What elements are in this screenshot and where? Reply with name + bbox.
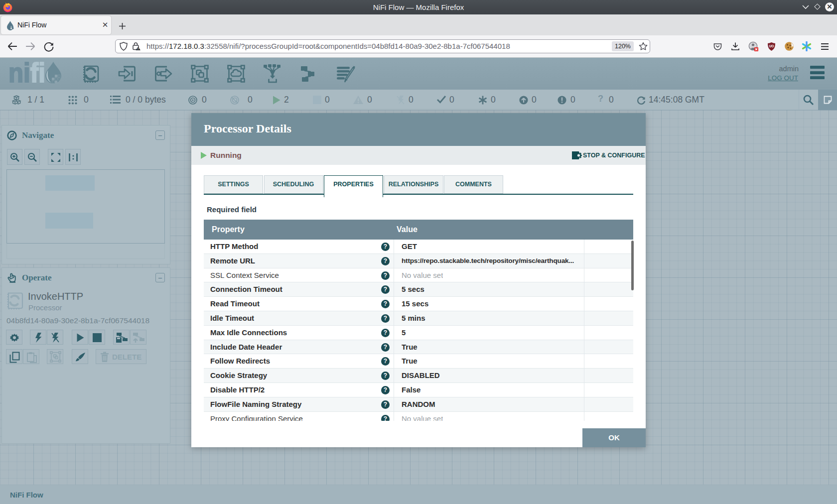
svg-text:UO: UO: [769, 44, 774, 48]
